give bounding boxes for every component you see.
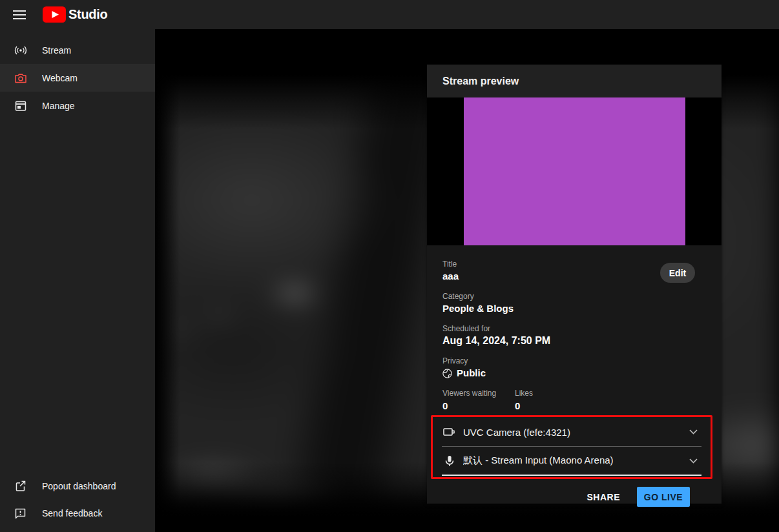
field-value: Aug 14, 2024, 7:50 PM bbox=[442, 334, 706, 347]
top-app-bar: Studio bbox=[0, 0, 779, 29]
panel-title: Stream preview bbox=[442, 76, 519, 87]
field-value: People & Blogs bbox=[442, 302, 706, 315]
field-value: Public bbox=[457, 367, 486, 380]
stream-preview-header: Stream preview bbox=[427, 65, 722, 97]
field-scheduled-for: Scheduled for Aug 14, 2024, 7:50 PM bbox=[442, 324, 706, 347]
sidebar-item-label: Send feedback bbox=[42, 508, 102, 518]
stream-details: Edit Title aaa Category People & Blogs S… bbox=[427, 245, 722, 507]
stat-label: Viewers waiting bbox=[442, 389, 515, 398]
microphone-icon bbox=[442, 453, 457, 469]
sidebar: Stream Webcam Manage bbox=[0, 29, 155, 532]
share-button[interactable]: SHARE bbox=[587, 492, 620, 502]
field-category: Category People & Blogs bbox=[442, 292, 706, 315]
sidebar-item-stream[interactable]: Stream bbox=[0, 36, 155, 64]
tv-calendar-icon bbox=[14, 99, 27, 112]
microphone-select-value: 默认 - Stream Input (Maono Arena) bbox=[463, 455, 689, 467]
stat-value: 0 bbox=[515, 400, 533, 413]
sidebar-item-label: Stream bbox=[42, 45, 71, 56]
videocam-icon bbox=[442, 424, 457, 440]
stat-viewers-waiting: Viewers waiting 0 bbox=[442, 389, 515, 413]
field-label: Scheduled for bbox=[442, 324, 706, 333]
webcam-video-feed bbox=[464, 97, 685, 245]
sidebar-item-label: Popout dashboard bbox=[42, 481, 116, 491]
camera-select-dropdown[interactable]: UVC Camera (fefe:4321) bbox=[442, 418, 701, 447]
panel-action-bar: SHARE GO LIVE bbox=[442, 487, 706, 507]
stat-label: Likes bbox=[515, 389, 533, 398]
studio-wordmark: Studio bbox=[68, 7, 107, 22]
camera-icon bbox=[14, 72, 27, 85]
camera-select-value: UVC Camera (fefe:4321) bbox=[463, 427, 689, 438]
stream-preview-panel: Stream preview Edit Title aaa Category P… bbox=[427, 65, 722, 504]
video-preview-area bbox=[427, 97, 722, 245]
chevron-down-icon bbox=[689, 429, 698, 435]
field-label: Privacy bbox=[442, 356, 706, 365]
sidebar-item-label: Webcam bbox=[42, 73, 78, 83]
stream-stats: Viewers waiting 0 Likes 0 bbox=[442, 389, 706, 413]
go-live-button[interactable]: GO LIVE bbox=[637, 487, 690, 507]
youtube-studio-logo[interactable]: Studio bbox=[43, 6, 107, 23]
youtube-play-icon bbox=[43, 6, 66, 23]
feedback-icon bbox=[14, 507, 27, 520]
stat-value: 0 bbox=[442, 400, 515, 413]
microphone-select-dropdown[interactable]: 默认 - Stream Input (Maono Arena) bbox=[442, 447, 701, 476]
field-label: Category bbox=[442, 292, 706, 301]
device-selectors-annotation-box: UVC Camera (fefe:4321) 默认 - Stream Input… bbox=[431, 415, 712, 479]
sidebar-item-webcam[interactable]: Webcam bbox=[0, 64, 155, 92]
globe-icon bbox=[442, 369, 452, 378]
menu-hamburger-icon[interactable] bbox=[12, 7, 27, 23]
stat-likes: Likes 0 bbox=[515, 389, 533, 413]
sidebar-item-label: Manage bbox=[42, 101, 75, 111]
edit-button[interactable]: Edit bbox=[660, 263, 695, 283]
broadcast-icon bbox=[14, 44, 27, 57]
sidebar-item-send-feedback[interactable]: Send feedback bbox=[0, 500, 155, 527]
field-privacy: Privacy Public bbox=[442, 356, 706, 380]
sidebar-item-manage[interactable]: Manage bbox=[0, 92, 155, 119]
open-in-new-icon bbox=[14, 480, 27, 493]
sidebar-item-popout-dashboard[interactable]: Popout dashboard bbox=[0, 473, 155, 500]
chevron-down-icon bbox=[689, 458, 698, 464]
